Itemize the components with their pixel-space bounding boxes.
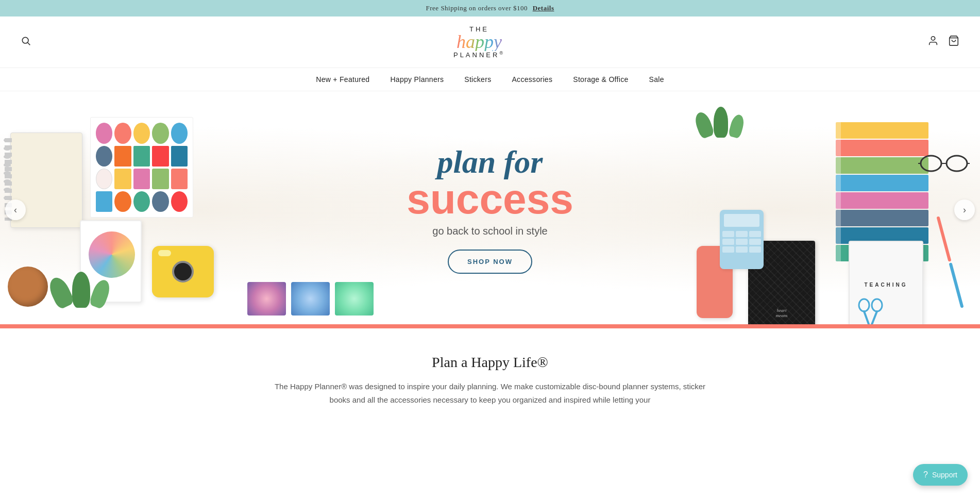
logo-area[interactable]: THE happy PLANNER® — [31, 26, 927, 58]
nav-item-happy-planners[interactable]: Happy Planners — [390, 75, 444, 84]
logo-happy: happy — [457, 31, 502, 52]
svg-point-0 — [22, 37, 28, 43]
header-left — [21, 36, 31, 48]
nav-item-accessories[interactable]: Accessories — [512, 75, 552, 84]
hero-subtitle-text: go back to school in style — [407, 225, 573, 237]
search-button[interactable] — [21, 36, 31, 48]
hero-success-text: success — [407, 178, 573, 220]
hero-shop-now-button[interactable]: SHOP NOW — [448, 250, 532, 274]
nav-item-stickers[interactable]: Stickers — [464, 75, 491, 84]
below-hero-text: The Happy Planner® was designed to inspi… — [268, 380, 712, 406]
cart-button[interactable] — [948, 35, 959, 49]
main-nav: New + Featured Happy Planners Stickers A… — [0, 68, 980, 91]
below-hero-title: Plan a Happy Life® — [268, 354, 712, 371]
announcement-bar: Free Shipping on orders over $100 Detail… — [0, 0, 980, 16]
logo-planner: PLANNER — [453, 51, 499, 59]
svg-point-2 — [931, 37, 935, 40]
below-hero-section: Plan a Happy Life® The Happy Planner® wa… — [258, 328, 722, 422]
nav-item-storage-office[interactable]: Storage & Office — [573, 75, 628, 84]
header: THE happy PLANNER® — [0, 16, 980, 68]
hero-content: plan for success go back to school in st… — [391, 130, 589, 289]
header-right — [927, 35, 959, 49]
logo-reg: ® — [499, 51, 505, 56]
announcement-text: Free Shipping on orders over $100 — [426, 4, 528, 12]
carousel-arrow-right[interactable]: › — [954, 200, 975, 220]
nav-item-sale[interactable]: Sale — [649, 75, 664, 84]
carousel-arrow-left[interactable]: ‹ — [5, 200, 26, 220]
hero-banner: heartmeans TEACHING — [0, 91, 980, 328]
nav-item-new-featured[interactable]: New + Featured — [316, 75, 369, 84]
announcement-link[interactable]: Details — [533, 4, 554, 12]
hero-bottom-accent — [0, 324, 980, 328]
hero-plan-for-text: plan for — [407, 146, 573, 178]
account-button[interactable] — [927, 35, 939, 49]
svg-line-1 — [28, 43, 30, 45]
